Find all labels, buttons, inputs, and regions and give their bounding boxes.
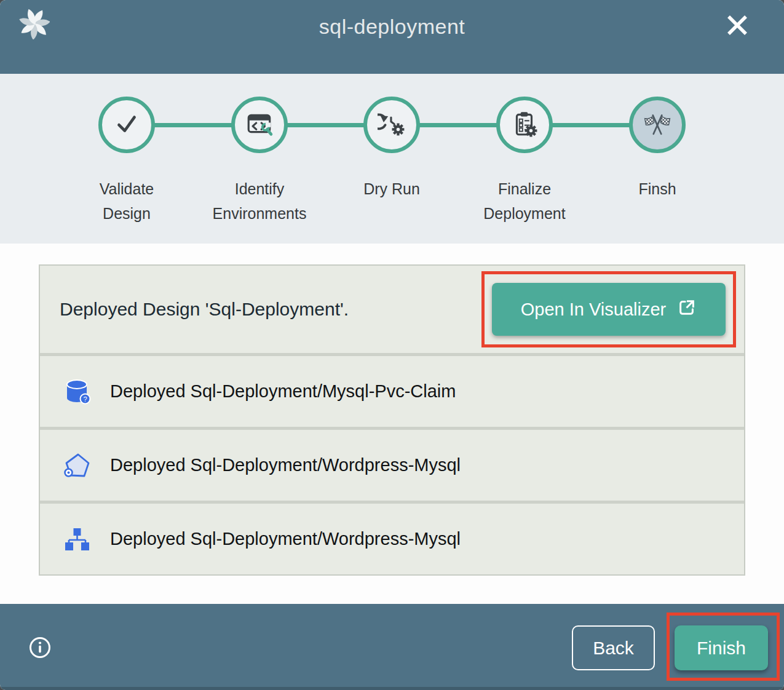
step-circle [98,97,155,153]
workload-hierarchy-icon [62,525,92,554]
finish-button[interactable]: Finish [675,625,768,670]
checkered-flags-icon [643,109,671,140]
step-circle [629,97,686,153]
service-pentagon-icon [62,451,92,480]
deployment-result-message: Deployed Sql-Deployment/Wordpress-Mysql [110,455,461,475]
info-button[interactable] [28,636,52,659]
modal-title: sql-deployment [0,12,784,41]
step-circle [496,97,553,153]
close-button[interactable] [723,10,752,40]
wizard-stepper: Validate Design Identify Environments [0,74,784,244]
clipboard-gear-icon [510,109,539,140]
back-button[interactable]: Back [572,625,655,670]
deployment-result-row: ? Deployed Sql-Deployment/Mysql-Pvc-Clai… [40,353,744,427]
deployment-result-message: Deployed Sql-Deployment/Wordpress-Mysql [110,529,461,549]
deployment-result-row: Deployed Sql-Deployment/Wordpress-Mysql [40,427,744,501]
deployment-result-row: Deployed Sql-Deployment/Wordpress-Mysql [40,501,744,574]
svg-text:?: ? [83,395,87,402]
sync-gear-icon [378,109,406,140]
design-result-message: Deployed Design 'Sql-Deployment'. [60,299,349,320]
design-result-row: Deployed Design 'Sql-Deployment'. Open I… [40,266,744,353]
close-icon [723,33,752,42]
annotation-highlight-visualizer: Open In Visualizer [481,271,736,347]
open-in-visualizer-button[interactable]: Open In Visualizer [492,283,726,336]
deployment-results-list: Deployed Design 'Sql-Deployment'. Open I… [39,264,745,576]
annotation-highlight-finish: Finish [667,613,780,681]
info-icon [28,652,52,661]
step-finish: Finsh [577,97,737,201]
deployment-result-message: Deployed Sql-Deployment/Mysql-Pvc-Claim [110,381,456,402]
database-icon: ? [62,377,92,406]
check-icon [113,109,141,140]
open-in-visualizer-label: Open In Visualizer [521,299,666,320]
step-circle [231,97,288,153]
results-panel: Deployed Design 'Sql-Deployment'. Open I… [0,244,784,604]
step-circle [363,97,420,153]
step-label: Finsh [577,176,737,201]
modal-header: sql-deployment [0,0,784,74]
modal-footer: Back Finish [0,604,784,690]
external-link-icon [677,298,697,322]
code-window-wrench-icon [245,109,274,140]
deployment-wizard-modal: sql-deployment Validate Design [0,0,784,690]
